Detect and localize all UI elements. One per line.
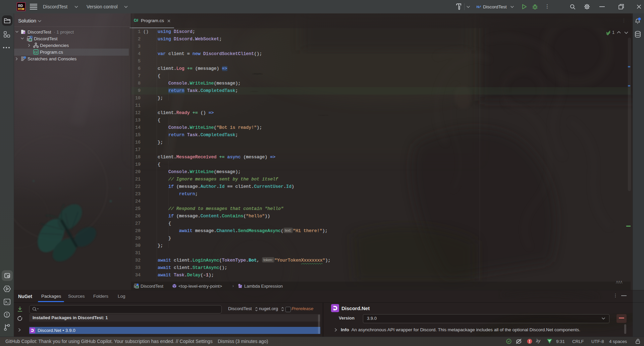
svg-text:CAP: CAP bbox=[18, 8, 22, 10]
svg-text:1: 1 bbox=[612, 30, 614, 35]
svg-text:C#: C# bbox=[29, 39, 32, 42]
svg-text:C#: C# bbox=[34, 51, 38, 54]
svg-text:RD: RD bbox=[18, 4, 23, 8]
svg-text:C#: C# bbox=[136, 286, 139, 288]
